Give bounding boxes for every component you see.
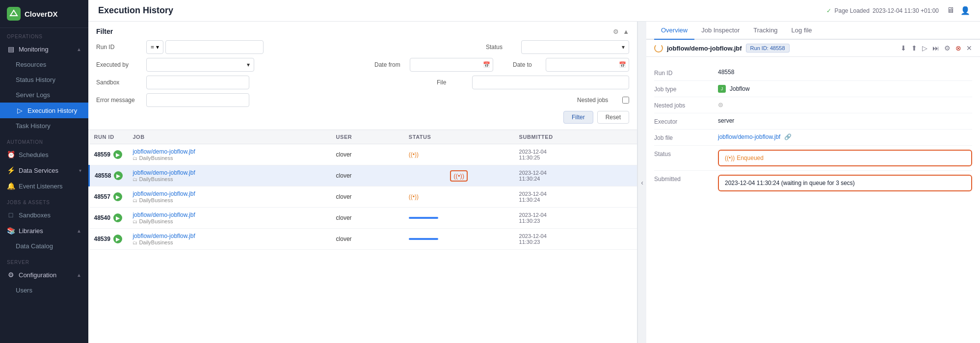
run-id-operator[interactable]: = ▾	[146, 40, 163, 54]
tab-job-inspector[interactable]: Job Inspector	[694, 22, 746, 40]
sidebar-item-event-listeners[interactable]: 🔔 Event Listeners	[0, 178, 88, 194]
job-file-link[interactable]: jobflow/demo-jobflow.jbf	[718, 133, 780, 140]
settings-icon[interactable]: ⚙	[944, 44, 951, 52]
detail-nested-jobs-label: Nested jobs	[654, 101, 718, 109]
sidebar-item-server-logs[interactable]: Server Logs	[0, 87, 88, 103]
share-icon[interactable]: ⬆	[911, 44, 917, 52]
date-from-input-group: 📅	[410, 58, 493, 72]
sandbox-input[interactable]	[146, 76, 249, 89]
filter-button[interactable]: Filter	[563, 111, 593, 124]
job-name: jobflow/demo-jobflow.jbf	[132, 190, 326, 197]
event-listeners-label: Event Listeners	[19, 183, 63, 190]
fast-forward-icon[interactable]: ⏭	[932, 44, 939, 52]
run-id-input[interactable]	[165, 40, 264, 54]
enqueued-icon-cell: ((•))	[409, 170, 509, 182]
submitted-cell: 2023-12-0411:30:24	[514, 165, 637, 186]
detail-job-file-value: jobflow/demo-jobflow.jbf 🔗	[718, 133, 972, 140]
sidebar-item-data-services[interactable]: ⚡ Data Services ▾	[0, 162, 88, 178]
page-loaded-check-icon: ✓	[826, 7, 831, 14]
resources-label: Resources	[16, 61, 46, 68]
status-history-label: Status History	[16, 76, 55, 83]
status-label: Status	[486, 44, 515, 51]
download-icon[interactable]: ⬇	[901, 44, 906, 52]
server-logs-label: Server Logs	[16, 91, 50, 99]
run-id-value: 48540	[94, 214, 110, 221]
copy-link-icon[interactable]: 🔗	[784, 133, 792, 140]
table-row[interactable]: 48557 ▶ jobflow/demo-jobflow.jbf 🗂 Daily…	[89, 186, 637, 208]
user-cell: clover	[331, 208, 404, 229]
job-sandbox: 🗂 DailyBusiness	[132, 197, 326, 203]
sidebar-item-task-history[interactable]: Task History	[0, 118, 88, 133]
date-to-input-group: 📅	[546, 58, 629, 72]
sidebar-item-configuration[interactable]: ⚙ Configuration ▲	[0, 267, 88, 283]
detail-content: Run ID 48558 Job type J Jobflow Nested j…	[646, 57, 980, 343]
user-icon[interactable]: 👤	[960, 6, 970, 15]
sidebar-item-resources[interactable]: Resources	[0, 57, 88, 72]
table-row[interactable]: 48540 ▶ jobflow/demo-jobflow.jbf 🗂 Daily…	[89, 208, 637, 229]
run-id-label: Run ID	[96, 44, 140, 51]
user-cell: clover	[331, 144, 404, 165]
table-row[interactable]: 48539 ▶ jobflow/demo-jobflow.jbf 🗂 Daily…	[89, 229, 637, 250]
executed-by-select[interactable]: ▾	[146, 58, 254, 72]
run-id-group: = ▾	[146, 40, 264, 54]
file-label: File	[437, 79, 466, 86]
detail-row-status: Status ((•)) Enqueued	[654, 146, 972, 171]
job-toolbar-left: jobflow/demo-jobflow.jbf Run ID: 48558	[654, 44, 790, 53]
section-label-automation: AUTOMATION	[0, 133, 88, 147]
filter-collapse-icon[interactable]: ▲	[623, 28, 629, 35]
date-from-input[interactable]	[410, 58, 493, 72]
enqueued-wave-icon: ((•))	[725, 155, 735, 161]
topbar-right: ✓ Page Loaded 2023-12-04 11:30 +01:00 🖥 …	[826, 6, 970, 15]
sidebar-item-monitoring[interactable]: ▤ Monitoring ▲	[0, 41, 88, 57]
sidebar-item-schedules[interactable]: ⏰ Schedules	[0, 147, 88, 162]
detail-status-label: Status	[654, 150, 718, 158]
job-name: jobflow/demo-jobflow.jbf	[132, 169, 326, 176]
user-cell: clover	[331, 165, 404, 186]
tab-overview[interactable]: Overview	[654, 22, 694, 40]
file-input[interactable]	[472, 76, 629, 89]
sidebar-item-data-catalog[interactable]: Data Catalog	[0, 238, 88, 254]
run-id-value: 48559	[94, 151, 110, 158]
table-row[interactable]: 48558 ▶ jobflow/demo-jobflow.jbf 🗂 Daily…	[89, 165, 637, 186]
filter-settings-icon[interactable]: ⚙	[613, 28, 619, 35]
sidebar-section-automation: AUTOMATION ⏰ Schedules ⚡ Data Services ▾…	[0, 133, 88, 194]
sandboxes-icon: □	[7, 211, 15, 219]
nested-jobs-checkbox[interactable]	[622, 97, 629, 104]
stop-icon[interactable]: ⊗	[955, 44, 961, 52]
status-select[interactable]: ▾	[521, 40, 629, 54]
detail-job-type-value: J Jobflow	[718, 85, 972, 93]
table-header-row: RUN ID JOB USER STATUS SUBMITTED	[89, 130, 637, 144]
error-message-input[interactable]	[146, 93, 249, 107]
execution-history-label: Execution History	[27, 107, 77, 114]
submitted-highlight-box: 2023-12-04 11:30:24 (waiting in queue fo…	[718, 175, 972, 191]
sidebar-item-libraries[interactable]: 📚 Libraries ▲	[0, 223, 88, 238]
tab-tracking[interactable]: Tracking	[746, 22, 784, 40]
configuration-label: Configuration	[19, 271, 56, 279]
reset-button[interactable]: Reset	[597, 111, 629, 124]
sandbox-label: Sandbox	[96, 79, 140, 86]
notifications-icon[interactable]: 🖥	[947, 6, 954, 15]
configuration-icon: ⚙	[7, 271, 15, 279]
page-loaded-label: Page Loaded	[834, 7, 869, 14]
main-content: Execution History ✓ Page Loaded 2023-12-…	[88, 0, 980, 343]
sidebar-item-execution-history[interactable]: ▷ Execution History	[0, 103, 88, 118]
status-cell: ((•))	[404, 186, 514, 208]
date-to-label: Date to	[513, 61, 540, 68]
sidebar-item-sandboxes[interactable]: □ Sandboxes	[0, 207, 88, 223]
data-services-chevron: ▾	[79, 168, 81, 173]
progress-bar-cell	[409, 217, 509, 219]
tab-log-file[interactable]: Log file	[785, 22, 819, 40]
date-to-input[interactable]	[546, 58, 629, 72]
play-icon[interactable]: ▷	[922, 44, 927, 52]
filter-section: Filter ⚙ ▲ Run ID = ▾	[88, 22, 637, 130]
table-row[interactable]: 48559 ▶ jobflow/demo-jobflow.jbf 🗂 Daily…	[89, 144, 637, 165]
schedules-icon: ⏰	[7, 151, 15, 158]
collapse-panel-button[interactable]: ‹	[637, 22, 646, 343]
run-id-cell: 48558 ▶	[89, 165, 128, 186]
sidebar-item-users[interactable]: Users	[0, 283, 88, 298]
detail-executor-label: Executor	[654, 117, 718, 125]
col-job: JOB	[128, 130, 331, 144]
close-icon[interactable]: ✕	[966, 44, 972, 52]
job-cell: jobflow/demo-jobflow.jbf 🗂 DailyBusiness	[128, 144, 331, 165]
sidebar-item-status-history[interactable]: Status History	[0, 72, 88, 87]
